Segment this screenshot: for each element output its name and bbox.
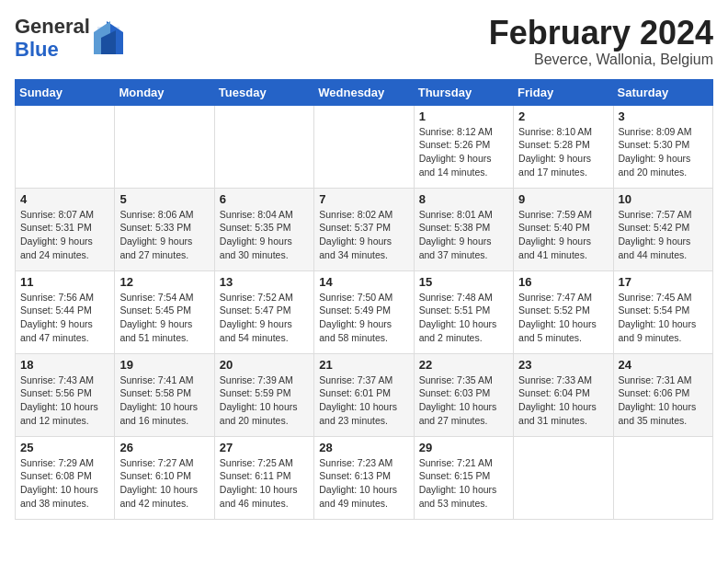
day-number: 4 [20,192,109,206]
cell-content: Sunrise: 7:57 AM Sunset: 5:42 PM Dayligh… [619,208,708,262]
day-number: 8 [419,192,508,206]
header-day-monday: Monday [115,79,214,105]
cell-content: Sunrise: 8:10 AM Sunset: 5:28 PM Dayligh… [518,125,608,179]
header-day-sunday: Sunday [16,79,115,105]
day-number: 16 [518,275,608,289]
day-number: 24 [619,358,708,372]
week-row-3: 11Sunrise: 7:56 AM Sunset: 5:44 PM Dayli… [16,270,713,353]
day-number: 17 [619,275,708,289]
calendar-cell: 12Sunrise: 7:54 AM Sunset: 5:45 PM Dayli… [115,270,214,353]
calendar-title: February 2024 [489,15,713,52]
calendar-cell [514,436,613,519]
day-number: 10 [619,192,708,206]
cell-content: Sunrise: 7:35 AM Sunset: 6:03 PM Dayligh… [419,373,508,428]
cell-content: Sunrise: 7:45 AM Sunset: 5:54 PM Dayligh… [619,291,708,345]
calendar-cell: 5Sunrise: 8:06 AM Sunset: 5:33 PM Daylig… [115,188,214,270]
cell-content: Sunrise: 8:06 AM Sunset: 5:33 PM Dayligh… [119,208,209,262]
cell-content: Sunrise: 8:07 AM Sunset: 5:31 PM Dayligh… [20,208,109,262]
calendar-cell: 27Sunrise: 7:25 AM Sunset: 6:11 PM Dayli… [214,436,313,519]
cell-content: Sunrise: 8:09 AM Sunset: 5:30 PM Dayligh… [619,125,708,179]
cell-content: Sunrise: 7:31 AM Sunset: 6:06 PM Dayligh… [619,373,708,428]
calendar-cell: 28Sunrise: 7:23 AM Sunset: 6:13 PM Dayli… [314,436,414,519]
calendar-cell [214,105,313,188]
day-number: 26 [119,441,209,454]
cell-content: Sunrise: 7:43 AM Sunset: 5:56 PM Dayligh… [20,373,109,428]
calendar-cell: 18Sunrise: 7:43 AM Sunset: 5:56 PM Dayli… [16,353,115,436]
calendar-subtitle: Beverce, Wallonia, Belgium [489,52,713,68]
calendar-cell: 16Sunrise: 7:47 AM Sunset: 5:52 PM Dayli… [514,270,613,353]
calendar-cell: 2Sunrise: 8:10 AM Sunset: 5:28 PM Daylig… [514,105,613,188]
day-number: 23 [518,358,608,372]
day-number: 13 [220,275,309,289]
day-number: 12 [119,275,209,289]
logo-icon [94,19,123,56]
header-day-saturday: Saturday [613,79,712,105]
calendar-cell: 26Sunrise: 7:27 AM Sunset: 6:10 PM Dayli… [115,436,214,519]
day-number: 11 [20,275,109,289]
calendar-cell: 20Sunrise: 7:39 AM Sunset: 5:59 PM Dayli… [214,353,313,436]
day-number: 28 [319,441,408,454]
calendar-title-area: February 2024 Beverce, Wallonia, Belgium [489,15,713,68]
calendar-cell: 3Sunrise: 8:09 AM Sunset: 5:30 PM Daylig… [613,105,712,188]
calendar-header: SundayMondayTuesdayWednesdayThursdayFrid… [16,79,713,105]
day-number: 22 [419,358,508,372]
cell-content: Sunrise: 7:50 AM Sunset: 5:49 PM Dayligh… [319,291,408,345]
cell-content: Sunrise: 7:23 AM Sunset: 6:13 PM Dayligh… [319,456,408,511]
calendar-cell: 14Sunrise: 7:50 AM Sunset: 5:49 PM Dayli… [314,270,414,353]
cell-content: Sunrise: 7:21 AM Sunset: 6:15 PM Dayligh… [419,456,508,511]
cell-content: Sunrise: 7:37 AM Sunset: 6:01 PM Dayligh… [319,373,408,428]
calendar-cell: 29Sunrise: 7:21 AM Sunset: 6:15 PM Dayli… [414,436,513,519]
header-row: SundayMondayTuesdayWednesdayThursdayFrid… [16,79,713,105]
cell-content: Sunrise: 7:52 AM Sunset: 5:47 PM Dayligh… [220,291,309,345]
calendar-cell: 23Sunrise: 7:33 AM Sunset: 6:04 PM Dayli… [514,353,613,436]
calendar-cell: 15Sunrise: 7:48 AM Sunset: 5:51 PM Dayli… [414,270,513,353]
cell-content: Sunrise: 7:59 AM Sunset: 5:40 PM Dayligh… [518,208,608,262]
day-number: 6 [220,192,309,206]
calendar-cell: 11Sunrise: 7:56 AM Sunset: 5:44 PM Dayli… [16,270,115,353]
cell-content: Sunrise: 7:25 AM Sunset: 6:11 PM Dayligh… [220,456,309,511]
week-row-1: 1Sunrise: 8:12 AM Sunset: 5:26 PM Daylig… [16,105,713,188]
week-row-4: 18Sunrise: 7:43 AM Sunset: 5:56 PM Dayli… [16,353,713,436]
cell-content: Sunrise: 7:29 AM Sunset: 6:08 PM Dayligh… [20,456,109,511]
calendar-cell: 4Sunrise: 8:07 AM Sunset: 5:31 PM Daylig… [16,188,115,270]
calendar-cell: 24Sunrise: 7:31 AM Sunset: 6:06 PM Dayli… [613,353,712,436]
calendar-cell: 7Sunrise: 8:02 AM Sunset: 5:37 PM Daylig… [314,188,414,270]
cell-content: Sunrise: 7:39 AM Sunset: 5:59 PM Dayligh… [220,373,309,428]
cell-content: Sunrise: 7:48 AM Sunset: 5:51 PM Dayligh… [419,291,508,345]
day-number: 18 [20,358,109,372]
header-day-friday: Friday [514,79,613,105]
cell-content: Sunrise: 7:47 AM Sunset: 5:52 PM Dayligh… [518,291,608,345]
calendar-cell [16,105,115,188]
cell-content: Sunrise: 7:41 AM Sunset: 5:58 PM Dayligh… [119,373,209,428]
day-number: 1 [419,109,508,123]
day-number: 5 [119,192,209,206]
logo-blue-text: Blue [15,38,90,61]
day-number: 9 [518,192,608,206]
cell-content: Sunrise: 8:04 AM Sunset: 5:35 PM Dayligh… [220,208,309,262]
header-day-tuesday: Tuesday [214,79,313,105]
day-number: 27 [220,441,309,454]
header-day-wednesday: Wednesday [314,79,414,105]
calendar-cell: 22Sunrise: 7:35 AM Sunset: 6:03 PM Dayli… [414,353,513,436]
cell-content: Sunrise: 7:33 AM Sunset: 6:04 PM Dayligh… [518,373,608,428]
calendar-cell: 8Sunrise: 8:01 AM Sunset: 5:38 PM Daylig… [414,188,513,270]
day-number: 15 [419,275,508,289]
calendar-cell [613,436,712,519]
page-header: General Blue February 2024 Beverce, Wall… [15,15,713,68]
calendar-cell: 25Sunrise: 7:29 AM Sunset: 6:08 PM Dayli… [16,436,115,519]
day-number: 2 [518,109,608,123]
calendar-cell: 6Sunrise: 8:04 AM Sunset: 5:35 PM Daylig… [214,188,313,270]
logo: General Blue [15,15,123,62]
cell-content: Sunrise: 7:27 AM Sunset: 6:10 PM Dayligh… [119,456,209,511]
cell-content: Sunrise: 7:56 AM Sunset: 5:44 PM Dayligh… [20,291,109,345]
week-row-5: 25Sunrise: 7:29 AM Sunset: 6:08 PM Dayli… [16,436,713,519]
header-day-thursday: Thursday [414,79,513,105]
calendar-cell [314,105,414,188]
calendar-cell: 10Sunrise: 7:57 AM Sunset: 5:42 PM Dayli… [613,188,712,270]
day-number: 19 [119,358,209,372]
calendar-cell [115,105,214,188]
day-number: 20 [220,358,309,372]
calendar-body: 1Sunrise: 8:12 AM Sunset: 5:26 PM Daylig… [16,105,713,519]
calendar-cell: 13Sunrise: 7:52 AM Sunset: 5:47 PM Dayli… [214,270,313,353]
cell-content: Sunrise: 8:12 AM Sunset: 5:26 PM Dayligh… [419,125,508,179]
